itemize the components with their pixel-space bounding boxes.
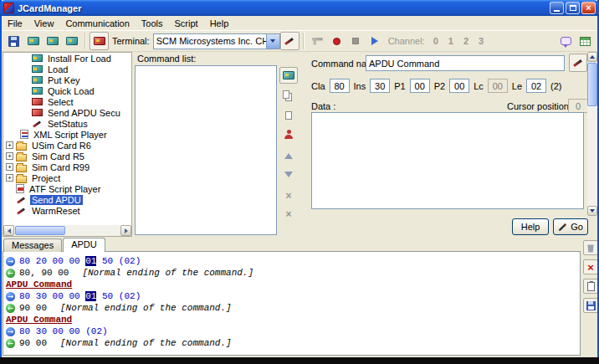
delete-log-button[interactable]: × xyxy=(583,259,598,274)
pencil-icon xyxy=(558,223,567,232)
channel-2[interactable]: 2 xyxy=(463,36,468,46)
vertical-scrollbar[interactable] xyxy=(587,52,597,216)
terminal-button[interactable] xyxy=(90,32,109,50)
maximize-button[interactable] xyxy=(566,2,580,14)
card-icon xyxy=(28,37,39,45)
x-icon: × xyxy=(285,209,291,219)
help-button[interactable]: Help xyxy=(512,218,549,235)
command-name-input[interactable] xyxy=(366,55,565,71)
ins-input[interactable] xyxy=(370,79,390,93)
log-grid-button[interactable] xyxy=(576,32,595,50)
tree-item[interactable]: +Sim Card R5 xyxy=(3,151,131,161)
play-button[interactable] xyxy=(366,32,385,50)
combo-drop-button[interactable] xyxy=(266,34,279,49)
expand-toggle[interactable]: + xyxy=(6,174,13,182)
minimize-button[interactable] xyxy=(550,2,564,14)
save-log-button[interactable] xyxy=(583,298,598,313)
pen-plug-icon xyxy=(284,36,295,46)
card-icon xyxy=(32,76,43,84)
save-button[interactable] xyxy=(4,32,23,50)
record-button[interactable] xyxy=(327,32,346,50)
channel-0[interactable]: 0 xyxy=(433,36,438,46)
p1-input[interactable] xyxy=(410,79,430,93)
pen-icon xyxy=(32,120,43,128)
script-tree[interactable]: Install For Load Load Put Key Quick Load… xyxy=(3,52,132,237)
log-sent-row: →80 20 00 00 01 50 (02) xyxy=(3,255,580,267)
messages-button[interactable] xyxy=(556,32,576,50)
scroll-down-button[interactable] xyxy=(587,206,597,216)
clear-commands-button[interactable]: × xyxy=(279,206,298,223)
card-tool-button-1[interactable] xyxy=(23,32,43,50)
tree-item[interactable]: Select xyxy=(3,96,131,107)
card-tool-button-2[interactable] xyxy=(43,32,62,50)
folder-icon xyxy=(16,176,27,183)
paste-command-button[interactable] xyxy=(279,107,298,124)
scroll-up-button[interactable] xyxy=(587,52,597,62)
tree-item[interactable]: Install For Load xyxy=(3,53,131,64)
tree-horizontal-scrollbar[interactable] xyxy=(3,225,131,236)
cla-input[interactable] xyxy=(330,79,350,93)
expand-toggle[interactable]: + xyxy=(6,163,13,171)
tree-item[interactable]: SetStatus xyxy=(3,118,131,129)
menu-script[interactable]: Script xyxy=(169,18,204,29)
stop-button[interactable] xyxy=(346,32,366,50)
scroll-thumb[interactable] xyxy=(587,63,597,106)
tree-item[interactable]: Load xyxy=(3,64,131,74)
tree-item[interactable]: Send APDU Secu xyxy=(3,107,131,118)
menu-view[interactable]: View xyxy=(28,18,60,29)
log-received-row: ←80, 90 00[Normal ending of the command.… xyxy=(3,267,580,279)
go-button[interactable]: Go xyxy=(553,218,588,235)
tree-item[interactable]: Put Key xyxy=(3,74,131,85)
copy-command-button[interactable] xyxy=(279,89,298,105)
connect-button[interactable] xyxy=(280,32,300,50)
tab-messages[interactable]: Messages xyxy=(3,238,62,252)
expand-toggle[interactable]: + xyxy=(6,141,13,149)
tree-item[interactable]: WarmReset xyxy=(3,205,131,216)
copy-log-button[interactable] xyxy=(583,279,598,294)
grid-icon xyxy=(580,37,591,46)
tree-item[interactable]: Quick Load xyxy=(3,85,131,96)
menu-help[interactable]: Help xyxy=(204,18,235,29)
scroll-thumb[interactable] xyxy=(15,226,65,235)
menu-file[interactable]: File xyxy=(2,18,28,29)
tree-item[interactable]: ATF Script Player xyxy=(3,183,131,194)
channel-3[interactable]: 3 xyxy=(479,36,484,46)
minimize-icon xyxy=(554,10,560,12)
move-down-button[interactable] xyxy=(279,166,298,182)
terminal-select[interactable]: SCM Microsystems Inc. CHIPDRIVE Se xyxy=(153,33,280,49)
arrow-right-icon xyxy=(125,228,128,233)
expand-toggle[interactable]: + xyxy=(6,152,13,160)
log-received-row: ←90 00[Normal ending of the command.] xyxy=(3,337,580,349)
tree-item[interactable]: XML Script Player xyxy=(3,129,131,140)
scroll-right-button[interactable] xyxy=(120,225,131,236)
edit-command-button[interactable] xyxy=(569,54,587,72)
move-up-button[interactable] xyxy=(279,147,298,164)
tree-item[interactable]: +Sim Card R99 xyxy=(3,161,131,172)
le-input[interactable] xyxy=(526,79,546,93)
scroll-left-button[interactable] xyxy=(3,225,14,236)
x-icon: × xyxy=(285,191,291,201)
tree-item[interactable]: +Project xyxy=(3,172,131,183)
apdu-log[interactable]: →80 20 00 00 01 50 (02) ←80, 90 00[Norma… xyxy=(3,251,581,356)
inject-button[interactable] xyxy=(308,32,327,50)
data-input[interactable] xyxy=(311,112,584,209)
menu-communication[interactable]: Communication xyxy=(59,18,135,29)
clear-log-button[interactable] xyxy=(583,240,598,255)
run-command-button[interactable] xyxy=(279,67,298,84)
card-tool-button-3[interactable] xyxy=(62,32,81,50)
user-command-button[interactable] xyxy=(279,126,298,142)
command-list-label: Command list: xyxy=(137,54,196,64)
tree-item[interactable]: +USim Card R6 xyxy=(3,140,131,151)
channel-1[interactable]: 1 xyxy=(448,36,453,46)
command-list[interactable] xyxy=(135,65,277,235)
menu-tools[interactable]: Tools xyxy=(136,18,169,29)
sent-arrow-icon: → xyxy=(6,257,15,266)
tab-apdu[interactable]: APDU xyxy=(63,238,105,252)
close-button[interactable]: × xyxy=(581,2,596,14)
p2-input[interactable] xyxy=(449,79,469,93)
titlebar[interactable]: JCardManager × xyxy=(0,0,599,16)
toolbar: Terminal: SCM Microsystems Inc. CHIPDRIV… xyxy=(2,30,597,52)
tree-item-selected[interactable]: Send APDU xyxy=(3,194,131,205)
log-tabs: Messages APDU xyxy=(3,238,106,253)
delete-command-button[interactable]: × xyxy=(279,187,298,204)
